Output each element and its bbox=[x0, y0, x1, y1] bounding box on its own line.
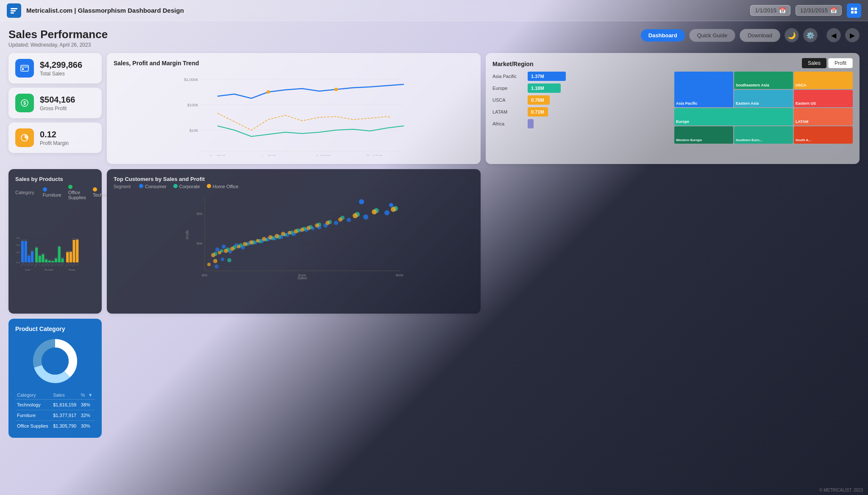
svg-point-159 bbox=[237, 245, 240, 248]
svg-point-164 bbox=[268, 235, 273, 239]
svg-point-156 bbox=[218, 251, 221, 254]
page-title: Sales Performance bbox=[8, 28, 108, 41]
settings-icon-btn[interactable]: ⚙️ bbox=[803, 28, 818, 42]
svg-point-171 bbox=[315, 223, 319, 228]
quick-guide-button[interactable]: Quick Guide bbox=[689, 29, 736, 42]
svg-text:$260K: $260K bbox=[69, 250, 72, 252]
trend-chart-svg: $1,000K $100K $10K Jan 2015 Apr 2015 Jul… bbox=[114, 71, 474, 156]
bar-chart-svg: $0.6M $0.4M $0.2M $0.0M $513K $513K $128… bbox=[15, 203, 95, 305]
total-sales-icon bbox=[15, 59, 34, 78]
sales-tab[interactable]: Sales bbox=[802, 58, 826, 68]
region-label-4: Africa bbox=[492, 121, 524, 126]
legend-label-category: Category bbox=[15, 190, 34, 195]
treemap-asia-pacific: Asia Pacific bbox=[674, 72, 733, 107]
svg-text:Phones: Phones bbox=[75, 263, 79, 266]
prev-nav-btn[interactable]: ◀ bbox=[826, 28, 841, 42]
svg-point-29 bbox=[42, 348, 69, 375]
end-date-input[interactable]: 12/31/2015 📅 bbox=[796, 5, 842, 16]
calendar-icon: 📅 bbox=[779, 7, 786, 14]
region-label-0: Asia Pacific bbox=[492, 74, 524, 79]
kpi-gross-profit: $ $504,166 Gross Profit bbox=[8, 88, 102, 118]
svg-rect-58 bbox=[55, 259, 57, 262]
calendar-icon-end: 📅 bbox=[830, 7, 837, 14]
treemap-western-europe: Western Europe bbox=[674, 126, 733, 144]
svg-rect-48 bbox=[39, 256, 41, 262]
treemap-latam: LATAM bbox=[794, 108, 853, 125]
svg-point-128 bbox=[347, 218, 351, 222]
col-sales: Sales bbox=[51, 391, 79, 400]
svg-point-127 bbox=[334, 221, 338, 225]
legend-consumer: Consumer bbox=[139, 184, 167, 189]
svg-point-174 bbox=[353, 213, 358, 218]
region-row-4: Africa bbox=[492, 119, 671, 128]
svg-text:Accessories: Accessories bbox=[65, 262, 70, 267]
svg-point-178 bbox=[221, 258, 224, 261]
top-bar-left: Metricalist.com | Glassmorphism Dashboar… bbox=[7, 3, 184, 18]
svg-rect-40 bbox=[25, 241, 27, 262]
svg-rect-54 bbox=[48, 261, 51, 262]
dashboard-button[interactable]: Dashboard bbox=[641, 29, 685, 42]
sales-products-legend: Category Furniture Office Supplies Techn… bbox=[15, 185, 95, 200]
bottom-grid: Product Category Category bbox=[8, 169, 860, 438]
app-title: Metricalist.com | Glassmorphism Dashboar… bbox=[26, 7, 184, 14]
svg-text:Paper: Paper bbox=[54, 263, 57, 266]
svg-text:$360K: $360K bbox=[35, 246, 38, 248]
svg-text:Machines: Machines bbox=[72, 262, 76, 267]
svg-text:Office Supplies: Office Supplies bbox=[45, 269, 53, 271]
kpi-gross-profit-info: $504,166 Gross Profit bbox=[40, 95, 75, 111]
gross-profit-value: $504,166 bbox=[40, 95, 75, 105]
svg-text:Jul 2015: Jul 2015 bbox=[316, 154, 331, 156]
svg-text:$253K: $253K bbox=[66, 250, 69, 252]
svg-point-158 bbox=[230, 247, 234, 251]
download-button[interactable]: Download bbox=[740, 29, 780, 42]
segment-label: Segment bbox=[114, 184, 131, 189]
svg-point-132 bbox=[389, 203, 393, 207]
svg-rect-46 bbox=[35, 248, 38, 262]
next-nav-btn[interactable]: ▶ bbox=[845, 28, 860, 42]
profit-tab[interactable]: Profit bbox=[828, 58, 853, 68]
app-icon-btn[interactable] bbox=[847, 3, 861, 18]
cat-office: Office Supplies bbox=[15, 421, 51, 431]
total-sales-label: Total Sales bbox=[40, 71, 82, 77]
svg-rect-68 bbox=[72, 240, 75, 262]
region-bar-1: 1.18M bbox=[528, 83, 561, 93]
region-row-2: USCA 0.76M bbox=[492, 95, 671, 105]
top-bar: Metricalist.com | Glassmorphism Dashboar… bbox=[0, 0, 868, 21]
svg-rect-7 bbox=[21, 65, 28, 71]
svg-point-166 bbox=[281, 232, 285, 236]
svg-point-177 bbox=[213, 259, 217, 263]
svg-point-165 bbox=[275, 234, 279, 238]
svg-text:Apr 2015: Apr 2015 bbox=[261, 154, 276, 156]
main-content: Sales Performance Updated: Wednesday, Ap… bbox=[0, 21, 868, 445]
svg-text:$552K: $552K bbox=[76, 238, 79, 239]
svg-text:$243K: $243K bbox=[31, 250, 34, 251]
profit-margin-label: Profit Margin bbox=[40, 140, 69, 146]
sales-products-title: Sales by Products bbox=[15, 176, 95, 182]
scatter-legend: Segment Consumer Corporate Home Office bbox=[114, 184, 474, 189]
svg-text:Appliances: Appliances bbox=[34, 262, 39, 267]
product-category-card: Product Category Category bbox=[8, 319, 102, 438]
svg-text:Fasteners: Fasteners bbox=[47, 262, 52, 267]
page-header: Sales Performance Updated: Wednesday, Ap… bbox=[8, 28, 108, 48]
svg-text:Storage: Storage bbox=[57, 263, 61, 267]
svg-text:Jan 2015: Jan 2015 bbox=[209, 154, 225, 156]
legend-home-office: Home Office bbox=[207, 184, 239, 189]
moon-icon-btn[interactable]: 🌙 bbox=[785, 28, 799, 42]
region-row-1: Europe 1.18M bbox=[492, 83, 671, 93]
svg-text:$26K: $26K bbox=[52, 259, 54, 261]
treemap-southern-euro: Southern Euro... bbox=[734, 126, 793, 144]
svg-rect-64 bbox=[66, 252, 69, 262]
svg-rect-38 bbox=[21, 241, 24, 262]
svg-rect-60 bbox=[58, 247, 61, 262]
svg-text:$0K: $0K bbox=[197, 242, 203, 245]
region-bar-0: 1.37M bbox=[528, 72, 566, 81]
profit-margin-icon bbox=[15, 128, 34, 147]
svg-point-25 bbox=[334, 88, 338, 91]
col-pct: % ▼ bbox=[79, 391, 95, 400]
svg-text:$20K: $20K bbox=[396, 273, 404, 277]
svg-text:Art: Art bbox=[39, 264, 41, 266]
scatter-title: Top Customers by Sales and Profit bbox=[114, 176, 474, 182]
svg-text:Bookcases: Bookcases bbox=[20, 262, 25, 267]
svg-point-129 bbox=[363, 214, 368, 220]
start-date-input[interactable]: 1/1/2015 📅 bbox=[750, 5, 790, 16]
